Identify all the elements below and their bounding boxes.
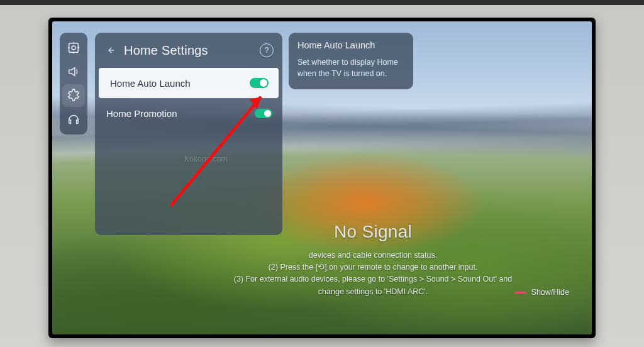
no-signal-line: (2) Press the [⟲] on your remote to chan… [172, 262, 574, 273]
watermark: Kokond.com [184, 155, 228, 163]
svg-point-1 [72, 46, 75, 50]
quick-settings-rail [60, 33, 87, 135]
setting-row-home-auto-launch[interactable]: Home Auto Launch [99, 68, 279, 98]
support-icon[interactable] [62, 108, 85, 131]
help-icon[interactable]: ? [260, 43, 274, 57]
no-signal-line: change settings to 'HDMI ARC'. [172, 286, 574, 298]
sound-icon[interactable] [62, 60, 85, 83]
panel-title: Home Settings [124, 43, 253, 58]
setting-row-home-promotion[interactable]: Home Promotion [95, 98, 282, 128]
show-hide-label: Show/Hide [531, 288, 569, 297]
red-bar-icon [515, 292, 526, 294]
setting-row-label: Home Promotion [106, 108, 177, 119]
picture-icon[interactable] [62, 36, 85, 59]
no-signal-line: (3) For external audio devices, please g… [172, 273, 574, 285]
info-card-body: Set whether to display Home when the TV … [297, 57, 404, 79]
info-card-title: Home Auto Launch [297, 40, 404, 50]
tv-frame: Home Settings ? Home Auto Launch Home Pr… [48, 18, 596, 338]
svg-rect-0 [69, 43, 79, 53]
no-signal-overlay: No Signal devices and cable connection s… [172, 218, 574, 298]
tv-screen: Home Settings ? Home Auto Launch Home Pr… [52, 21, 592, 334]
show-hide-hint[interactable]: Show/Hide [515, 288, 569, 297]
no-signal-title: No Signal [172, 218, 574, 245]
no-signal-line: devices and cable connection status. [172, 250, 574, 262]
toggle-home-promotion[interactable] [255, 109, 272, 118]
settings-icon[interactable] [62, 84, 85, 107]
panel-header: Home Settings ? [95, 33, 282, 68]
wall-background: Home Settings ? Home Auto Launch Home Pr… [0, 0, 644, 347]
toggle-home-auto-launch[interactable] [250, 78, 269, 88]
settings-panel: Home Settings ? Home Auto Launch Home Pr… [95, 33, 282, 235]
setting-row-label: Home Auto Launch [110, 78, 191, 89]
back-icon[interactable] [104, 45, 118, 56]
info-card: Home Auto Launch Set whether to display … [289, 33, 413, 89]
